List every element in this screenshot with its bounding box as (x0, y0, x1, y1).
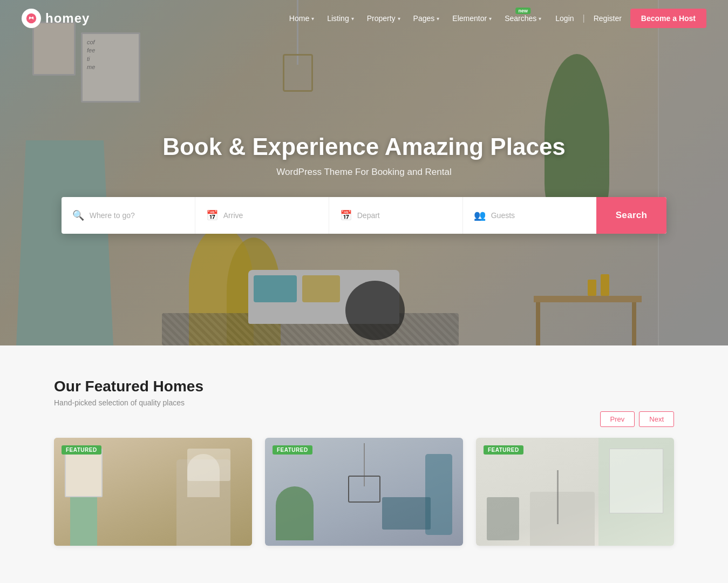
card-image-1: FEATURED (54, 438, 252, 546)
nav-item-searches[interactable]: new Searches ▾ (499, 10, 547, 27)
become-host-button[interactable]: Become a Host (630, 9, 706, 28)
card-image-3: FEATURED (476, 438, 674, 546)
svg-point-2 (32, 17, 33, 18)
nav-links: Home ▾ Listing ▾ Property ▾ Pages ▾ Elem (284, 10, 547, 27)
hero-title: Book & Experience Amazing Places (162, 133, 566, 160)
featured-badge-3: FEATURED (484, 445, 523, 455)
guests-input[interactable] (491, 211, 586, 220)
nav-separator: | (583, 13, 585, 23)
featured-subtitle: Hand-picked selection of quality places (54, 398, 674, 407)
svg-point-1 (29, 17, 31, 18)
nav-item-pages[interactable]: Pages ▾ (408, 10, 445, 27)
new-badge: new (515, 8, 530, 14)
calendar-depart-icon: 📅 (340, 209, 352, 221)
featured-navigation: Prev Next (54, 411, 674, 427)
calendar-arrive-icon: 📅 (206, 209, 218, 221)
nav-item-elementor[interactable]: Elementor ▾ (447, 10, 497, 27)
arrive-input[interactable] (223, 211, 318, 220)
hero-section: coffeetime (0, 0, 728, 345)
featured-header: Our Featured Homes Hand-picked selection… (54, 378, 674, 407)
featured-section: Our Featured Homes Hand-picked selection… (0, 345, 728, 567)
chevron-down-icon: ▾ (489, 16, 492, 22)
chevron-down-icon: ▾ (539, 16, 541, 22)
logo[interactable]: homey (22, 9, 90, 28)
chevron-down-icon: ▾ (437, 16, 439, 22)
next-button[interactable]: Next (639, 411, 674, 427)
navbar: homey Home ▾ Listing ▾ Property ▾ Pages … (0, 0, 728, 37)
logo-text: homey (45, 11, 90, 26)
hero-subtitle: WordPress Theme For Booking and Rental (276, 167, 451, 178)
search-icon: 🔍 (72, 209, 84, 221)
featured-badge-2: FEATURED (273, 445, 312, 455)
card-image-2: FEATURED (265, 438, 463, 546)
logo-icon (22, 9, 41, 28)
search-bar: 🔍 📅 📅 👥 Search (62, 197, 667, 234)
featured-card-3[interactable]: FEATURED (476, 438, 674, 546)
where-field[interactable]: 🔍 (62, 197, 195, 234)
nav-item-listing[interactable]: Listing ▾ (322, 10, 359, 27)
register-link[interactable]: Register (589, 11, 626, 26)
chevron-down-icon: ▾ (311, 16, 314, 22)
chevron-down-icon: ▾ (398, 16, 400, 22)
chevron-down-icon: ▾ (351, 16, 354, 22)
arrive-field[interactable]: 📅 (195, 197, 329, 234)
login-link[interactable]: Login (551, 11, 578, 26)
depart-input[interactable] (357, 211, 452, 220)
nav-item-property[interactable]: Property ▾ (362, 10, 406, 27)
hero-content: Book & Experience Amazing Places WordPre… (0, 0, 728, 345)
cards-row: FEATURED FEATURED (54, 438, 674, 546)
featured-card-2[interactable]: FEATURED (265, 438, 463, 546)
guests-icon: 👥 (474, 209, 486, 221)
guests-field[interactable]: 👥 (463, 197, 596, 234)
search-input[interactable] (90, 211, 184, 220)
featured-title: Our Featured Homes (54, 378, 674, 395)
prev-button[interactable]: Prev (600, 411, 635, 427)
depart-field[interactable]: 📅 (329, 197, 463, 234)
featured-card-1[interactable]: FEATURED (54, 438, 252, 546)
nav-item-home[interactable]: Home ▾ (284, 10, 319, 27)
featured-badge-1: FEATURED (62, 445, 101, 455)
search-button[interactable]: Search (596, 197, 667, 234)
nav-auth: Login | Register Become a Host (551, 9, 706, 28)
